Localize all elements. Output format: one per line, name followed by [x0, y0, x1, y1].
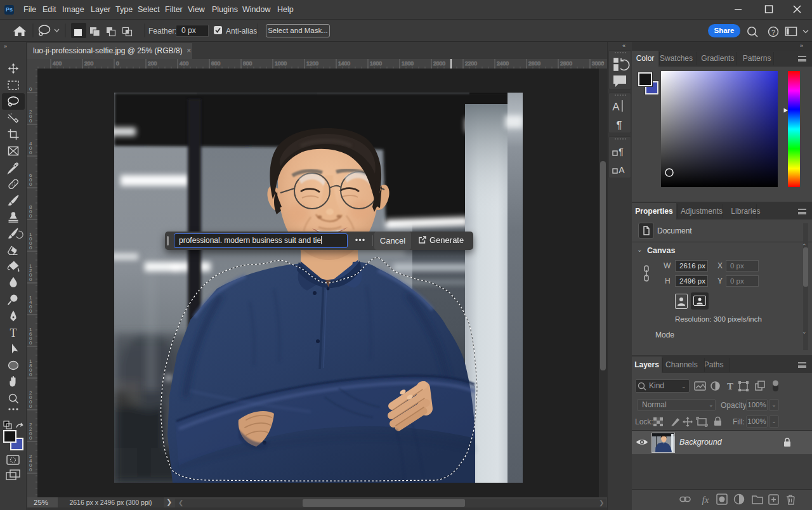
svg-text:2600: 2600 [528, 60, 540, 67]
svg-text:200: 200 [148, 60, 157, 67]
svg-text:0: 0 [29, 467, 32, 473]
svg-text:T: T [10, 327, 17, 339]
svg-text:2000: 2000 [433, 60, 445, 67]
svg-text:?: ? [771, 29, 775, 36]
svg-text:0: 0 [29, 86, 32, 92]
svg-text:¶: ¶ [616, 119, 622, 131]
svg-text:0: 0 [116, 60, 119, 67]
svg-text:A: A [619, 165, 625, 175]
svg-text:0: 0 [29, 403, 32, 409]
svg-text:2200: 2200 [465, 60, 477, 67]
svg-text:1200: 1200 [306, 60, 318, 67]
svg-text:0: 0 [29, 435, 32, 441]
svg-text:0: 0 [29, 308, 32, 314]
svg-text:0: 0 [29, 118, 32, 124]
svg-text:0: 0 [29, 277, 32, 282]
svg-text:400: 400 [53, 60, 62, 67]
svg-text:0: 0 [29, 181, 32, 187]
svg-text:1600: 1600 [370, 60, 382, 67]
svg-text:1000: 1000 [275, 60, 287, 67]
svg-text:¶: ¶ [619, 147, 624, 157]
svg-text:T: T [727, 381, 733, 391]
svg-text:1400: 1400 [338, 60, 350, 67]
svg-text:0: 0 [29, 372, 32, 377]
svg-text:2400: 2400 [497, 60, 509, 67]
svg-text:0: 0 [29, 213, 32, 219]
svg-text:600: 600 [211, 60, 220, 67]
svg-text:0: 0 [29, 150, 32, 155]
svg-text:400: 400 [180, 60, 188, 67]
svg-text:A: A [612, 101, 620, 113]
svg-text:0: 0 [29, 340, 32, 346]
svg-text:1800: 1800 [402, 60, 414, 67]
svg-text:200: 200 [84, 60, 93, 67]
svg-text:2800: 2800 [560, 60, 572, 67]
svg-text:800: 800 [243, 60, 252, 67]
svg-text:0: 0 [29, 245, 32, 251]
svg-text:fx: fx [702, 495, 709, 505]
